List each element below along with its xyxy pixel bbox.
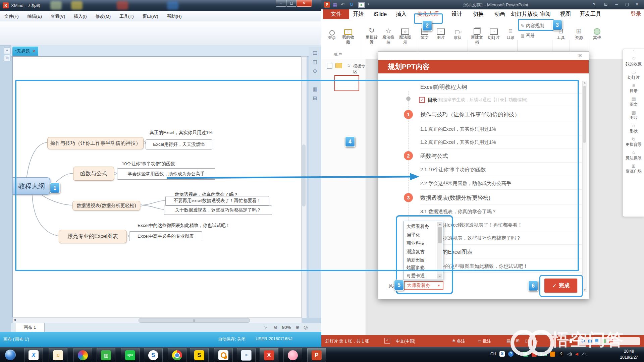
template-zone-tab[interactable]: 模板专区 <box>353 63 366 75</box>
ribbon-shape-button[interactable]: ▢○ 形状 <box>451 21 464 41</box>
scroll-up-icon[interactable]: ▲ <box>437 222 442 226</box>
scroll-down-icon[interactable]: ▼ <box>437 274 442 279</box>
restore-button[interactable]: ▢ <box>625 2 629 7</box>
qat-save-icon[interactable]: ▦ <box>333 2 337 7</box>
zoom-fit-icon[interactable]: ◎ <box>304 324 308 330</box>
help-icon[interactable]: ? <box>593 2 595 7</box>
qq-tray-icon[interactable]: ϙ <box>558 351 564 357</box>
collapse-panel-icon[interactable]: ≡ <box>4 48 10 54</box>
scrollbar-thumb[interactable] <box>302 144 306 206</box>
ribbon-login-button[interactable]: 登录 <box>325 21 339 41</box>
plan-row-title[interactable]: Excel简明教程大纲 <box>420 81 582 94</box>
taskbar-app-ksong[interactable]: ♫ <box>49 348 67 362</box>
notes-button[interactable]: ≜ 备注 <box>452 339 465 344</box>
menu-modify[interactable]: 修改(M) <box>91 13 115 19</box>
dialog-scrollbar[interactable]: ▲ ▼ <box>582 81 587 292</box>
dropdown-scrollbar[interactable]: ▲ ▼ <box>437 222 442 279</box>
done-button[interactable]: ✓ 完成 <box>544 279 577 293</box>
ribbon-toc-button[interactable]: ≡ 目录 <box>504 21 517 41</box>
mindmap-child[interactable]: Excel中高手必备的专业图表 <box>129 231 202 241</box>
tab-file[interactable]: 文件 <box>323 9 349 19</box>
tab-developer[interactable]: 开发工具 <box>578 9 602 19</box>
menu-tools[interactable]: 工具(T) <box>115 13 138 19</box>
toc-checkbox[interactable]: ✓ <box>419 97 425 103</box>
ribbon-resources-button[interactable]: ⊞ 资源 <box>572 21 586 41</box>
plan-row[interactable]: 2.1 10个让你“事半功倍”的函数 <box>420 164 582 176</box>
dict-tray-icon[interactable]: ▦ <box>523 352 528 357</box>
plan-row-toc[interactable]: ✓ 目录 (根据章节生成，后续可通过【目录】功能编辑) <box>419 94 581 106</box>
ribbon-album-button[interactable]: ▥ 画册 <box>521 32 547 39</box>
plan-row[interactable]: 3.1 数据透视表，你真的学会了吗？ <box>420 205 582 218</box>
plan-row[interactable]: 3.3 关于数据透视表，这些技巧你都搞定了吗？ <box>420 232 582 245</box>
scrollbar-thumb[interactable]: ||| <box>139 318 250 323</box>
ime-toolbar[interactable]: 中 <box>578 337 640 345</box>
qat-redo-icon[interactable]: ↻ <box>350 2 354 7</box>
network-icon[interactable]: ⟋⟍ <box>582 352 587 356</box>
ribbon-new-document-button[interactable]: 新建文档 <box>470 21 484 45</box>
sidebar-item-text-image[interactable]: ▤图文 <box>623 97 644 107</box>
minimize-button[interactable]: ─ <box>615 2 618 7</box>
taskbar-app-thunder[interactable]: X <box>24 348 43 362</box>
grid-icon[interactable]: ⊞ <box>309 95 321 101</box>
dropdown-option[interactable]: 大师看着办 <box>407 224 429 230</box>
sidebar-item-pictures[interactable]: ▨图片 <box>623 110 644 121</box>
ribbon-change-background-button[interactable]: ↻ 更换背景 <box>364 21 379 45</box>
taskbar-app-iqiyi[interactable]: iQIYI <box>121 348 140 362</box>
stocks-tray-icon[interactable]: ▮▬ <box>540 352 547 357</box>
collapse-sidebar-icon[interactable]: ⌃ <box>623 50 644 54</box>
close-button[interactable]: ✕ <box>297 0 312 7</box>
taskbar-clock[interactable]: 20:48 2018/2/27 <box>620 348 638 360</box>
plan-row[interactable]: 函数与公式 <box>420 150 582 163</box>
sidebar-item-background[interactable]: ↻更换背景 <box>623 137 644 147</box>
horizontal-scrollbar[interactable]: ◀ ||| <box>12 317 302 323</box>
mindmap-child[interactable]: Excel用得好，天天没烦恼 <box>146 139 212 149</box>
volume-icon[interactable]: ◁) <box>567 352 572 356</box>
sheet-tab[interactable]: 画布 1 <box>15 323 45 332</box>
markers-icon[interactable]: ◫ <box>309 59 321 65</box>
mindmap-label[interactable]: 真正的Excel，其实你只用过1% <box>150 130 213 136</box>
scrollbar-thumb[interactable] <box>583 86 586 143</box>
slideshow-view-icon[interactable]: ▷ <box>535 338 538 343</box>
plan-row[interactable]: 操作与技巧（让你工作事半功倍的神技） <box>420 108 582 121</box>
mindmap-label[interactable]: Excel中的这些微图表如此精致，你也试试吧！ <box>138 223 230 229</box>
sidebar-item-toc[interactable]: ≡目录 <box>623 83 644 94</box>
dropdown-option[interactable]: 炫丽多彩 <box>407 265 425 271</box>
qat-undo-icon[interactable]: ↶ <box>341 2 345 7</box>
vertical-scrollbar[interactable] <box>301 56 307 318</box>
tab-insert[interactable]: 插入 <box>394 9 408 19</box>
menu-view[interactable]: 查看(V) <box>46 13 69 19</box>
sogou-tray-icon[interactable]: S <box>499 351 505 357</box>
plan-row[interactable]: 1.1 真正的Excel，其实你只用过1% <box>420 123 582 135</box>
ribbon-slide-button[interactable]: ◔ 幻灯片 <box>486 21 501 41</box>
menu-help[interactable]: 帮助(H) <box>163 13 186 19</box>
search-icon[interactable]: ⊙ <box>309 68 321 74</box>
taskbar-app-sogou-browser[interactable]: S <box>190 348 209 362</box>
close-tab-icon[interactable]: ✕ <box>32 49 36 54</box>
taskbar-app-powerpoint[interactable]: P <box>307 348 326 362</box>
taskbar-app-xmind[interactable]: X <box>260 348 278 362</box>
taskbar-app-image-viewer[interactable] <box>214 348 233 362</box>
utility-tray-icon[interactable] <box>550 352 555 357</box>
tab-islide[interactable]: iSlide <box>372 9 388 19</box>
plan-row[interactable]: 漂亮专业的Excel图表 <box>420 246 582 258</box>
ribbon-options-icon[interactable]: ⊡ <box>604 2 607 7</box>
zoom-out-icon[interactable]: − <box>553 338 556 344</box>
filter-icon[interactable]: ▽ <box>264 325 267 329</box>
maximize-button[interactable]: ▢ <box>286 0 297 7</box>
scroll-left-icon[interactable]: ◀ <box>13 318 16 321</box>
properties-icon[interactable]: ▤ <box>309 50 321 56</box>
menu-edit[interactable]: 编辑(E) <box>23 13 46 19</box>
qat-slideshow-icon[interactable]: ▶ <box>358 2 365 8</box>
ribbon-magic-diagram-button[interactable]: ☆ 魔法图示 <box>398 21 413 45</box>
sidebar-item-resource-plaza[interactable]: ⊞资源广场 <box>623 164 644 174</box>
media-tray-icon[interactable] <box>532 352 537 357</box>
reading-view-icon[interactable]: ▯ <box>525 338 528 343</box>
scroll-down-icon[interactable]: ▼ <box>583 289 587 292</box>
sign-in-link[interactable]: 登录 <box>629 9 643 19</box>
dropdown-option[interactable]: 商业科技 <box>407 240 425 246</box>
taskbar-app-meitu[interactable] <box>283 348 302 362</box>
home-icon[interactable]: ⌂ <box>347 63 350 68</box>
mindmap-child[interactable]: 学会这些常用函数，助你成为办公高手 <box>117 168 215 180</box>
panel-toggle-icon[interactable]: ⊞ <box>4 55 10 61</box>
ribbon-favorites-button[interactable]: ♡ 我的收藏 <box>341 21 355 45</box>
